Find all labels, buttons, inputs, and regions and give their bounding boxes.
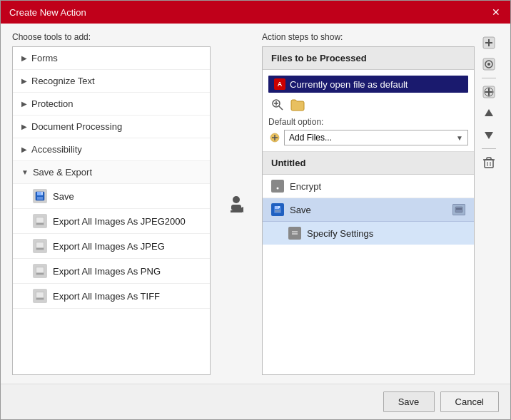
svg-rect-52 [487, 158, 491, 160]
add-section-button[interactable] [480, 83, 498, 101]
forms-arrow: ▶ [21, 54, 27, 62]
encrypt-row: Encrypt [263, 175, 474, 198]
svg-rect-8 [36, 242, 44, 247]
dialog-title: Create New Action [9, 7, 86, 18]
add-files-dropdown[interactable]: Add Files... ▼ [284, 130, 468, 145]
svg-rect-31 [275, 210, 280, 212]
files-section-header: Files to be Processed [263, 47, 474, 70]
specify-settings-row[interactable]: Specify Settings [263, 222, 474, 245]
close-button[interactable]: ✕ [490, 6, 502, 18]
left-list: ▶ Forms ▶ Recognize Text ▶ Protection [12, 46, 211, 375]
toolbar-separator-1 [482, 78, 496, 78]
specify-settings-label: Specify Settings [307, 228, 373, 239]
svg-marker-48 [485, 109, 493, 116]
export-jpeg2000-label: Export All Images As JPEG2000 [53, 216, 186, 227]
untitled-section: Encrypt [263, 175, 474, 374]
export-tiff-label: Export All Images As TIFF [53, 291, 160, 302]
add-to-right-button[interactable] [480, 34, 498, 52]
search-add-icon[interactable] [270, 97, 285, 113]
subitem-export-tiff[interactable]: Export All Images As TIFF [13, 284, 210, 309]
recognize-text-arrow: ▶ [21, 77, 27, 85]
save-export-label: Save & Export [33, 167, 92, 178]
svg-rect-6 [36, 223, 44, 225]
svg-rect-5 [36, 217, 44, 222]
svg-rect-12 [36, 273, 44, 275]
move-down-button[interactable] [480, 126, 498, 144]
doc-processing-arrow: ▶ [21, 123, 27, 130]
left-panel-label: Choose tools to add: [12, 32, 211, 42]
svg-rect-3 [41, 192, 43, 195]
svg-rect-32 [278, 206, 280, 208]
lock-icon [271, 180, 284, 193]
save-row-label: Save [290, 205, 311, 215]
settings-icon[interactable] [452, 204, 465, 215]
accessibility-arrow: ▶ [21, 145, 27, 153]
current-open-file-item[interactable]: A Currently open file as default [268, 76, 468, 93]
forms-label: Forms [31, 53, 58, 63]
right-toolbar [479, 32, 499, 375]
svg-rect-33 [455, 207, 462, 212]
edit-button[interactable] [480, 55, 498, 73]
action-steps-box: Files to be Processed A Currently open f… [262, 46, 475, 375]
export-tiff-icon [33, 289, 47, 303]
cancel-button[interactable]: Cancel [440, 391, 499, 412]
svg-rect-50 [485, 160, 493, 168]
protection-arrow: ▶ [21, 100, 27, 108]
category-protection[interactable]: ▶ Protection [13, 93, 210, 116]
export-jpeg-label: Export All Images As JPEG [53, 241, 165, 252]
save-row-icon [271, 203, 284, 216]
category-recognize-text[interactable]: ▶ Recognize Text [13, 70, 210, 93]
dialog-body: Choose tools to add: ▶ Forms ▶ Recognize… [1, 24, 510, 384]
subitem-save[interactable]: Save [13, 184, 210, 209]
dropdown-arrow-icon: ▼ [456, 134, 463, 142]
save-export-arrow: ▼ [21, 168, 29, 176]
subitem-export-jpeg2000[interactable]: Export All Images As JPEG2000 [13, 209, 210, 234]
export-png-icon [33, 264, 47, 278]
delete-button[interactable] [480, 153, 498, 172]
title-bar: Create New Action ✕ [1, 1, 510, 24]
svg-rect-11 [36, 267, 44, 272]
svg-rect-14 [36, 292, 44, 297]
encrypt-label: Encrypt [290, 181, 321, 192]
current-file-label: Currently open file as default [290, 79, 408, 90]
save-subitem-icon [33, 189, 47, 203]
category-forms[interactable]: ▶ Forms [13, 47, 210, 70]
action-steps: Action steps to show: Files to be Proces… [262, 32, 475, 375]
default-option-row: Default option: [268, 117, 468, 127]
category-document-processing[interactable]: ▶ Document Processing [13, 116, 210, 138]
untitled-section-header: Untitled [263, 152, 474, 175]
save-row[interactable]: Save [263, 198, 474, 222]
columns: Choose tools to add: ▶ Forms ▶ Recognize… [12, 32, 499, 375]
svg-point-43 [487, 63, 490, 66]
specify-icon [288, 227, 301, 240]
export-png-label: Export All Images As PNG [53, 266, 161, 277]
svg-point-16 [233, 196, 240, 203]
files-icons-row [268, 97, 468, 113]
accessibility-label: Accessibility [31, 144, 82, 155]
svg-marker-49 [485, 132, 493, 139]
right-panel-label: Action steps to show: [262, 32, 475, 42]
svg-rect-19 [231, 210, 242, 212]
default-option-label: Default option: [268, 117, 323, 127]
svg-line-21 [279, 106, 283, 110]
toolbar-separator-2 [482, 148, 496, 149]
add-files-label: Add Files... [289, 133, 332, 143]
save-button[interactable]: Save [383, 391, 435, 412]
transfer-arrow [222, 193, 251, 215]
doc-processing-label: Document Processing [31, 121, 122, 132]
recognize-text-label: Recognize Text [31, 76, 95, 86]
svg-rect-9 [36, 248, 44, 250]
subitem-export-jpeg[interactable]: Export All Images As JPEG [13, 234, 210, 259]
category-save-export[interactable]: ▼ Save & Export [13, 161, 210, 184]
category-accessibility[interactable]: ▶ Accessibility [13, 138, 210, 161]
folder-icon[interactable] [290, 97, 305, 113]
right-panel: Action steps to show: Files to be Proces… [262, 32, 499, 375]
export-jpeg-icon [33, 239, 47, 253]
subitem-export-png[interactable]: Export All Images As PNG [13, 259, 210, 284]
save-subitem-label: Save [53, 191, 74, 202]
export-jpeg2000-icon [33, 214, 47, 228]
svg-rect-15 [36, 298, 44, 299]
move-up-button[interactable] [480, 104, 498, 123]
dialog-footer: Save Cancel [1, 384, 510, 419]
svg-point-28 [277, 188, 279, 190]
